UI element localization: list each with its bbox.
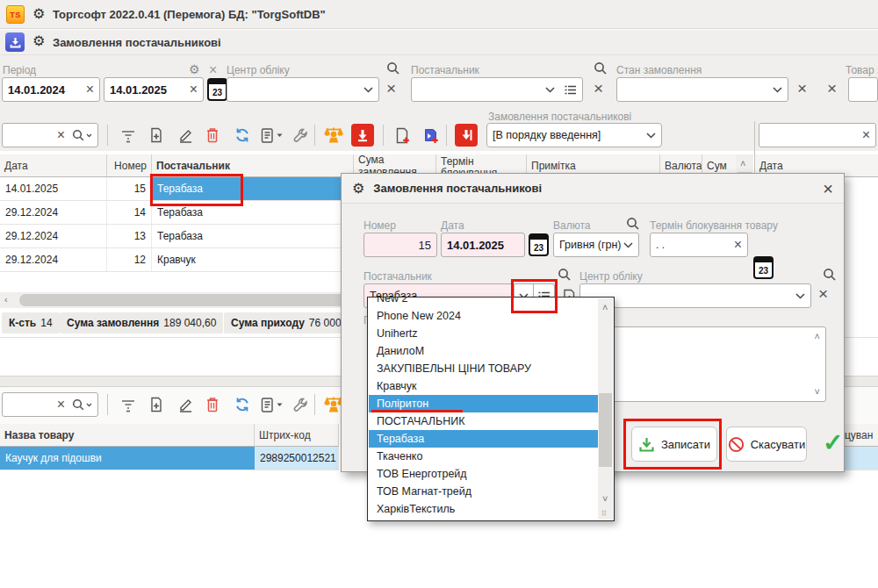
term-input[interactable]: . . × [650, 233, 748, 257]
dropdown-item[interactable]: ХарківТекстиль [369, 500, 599, 518]
dialog-center-clear-icon[interactable]: × [818, 287, 828, 301]
period-gear-icon[interactable]: ⚙ [189, 62, 200, 76]
period-to-clear-icon[interactable]: × [190, 82, 198, 97]
textarea-scroll-down-icon[interactable]: ˅ [815, 387, 820, 397]
resize-grip-icon[interactable]: ⠿ [601, 510, 607, 518]
dropdown-item[interactable]: Ткаченко [369, 448, 599, 465]
dropdown-item[interactable]: New 2 [369, 297, 599, 307]
save-button[interactable]: Записати [631, 427, 717, 462]
filter-icon[interactable] [116, 123, 140, 147]
filter-icon[interactable] [116, 392, 140, 417]
right-panel-search-clear-icon[interactable]: × [862, 128, 870, 142]
currency-search-icon[interactable] [626, 217, 639, 230]
cancel-button[interactable]: Скасувати [726, 427, 807, 462]
currency-dropdown[interactable]: Гривня (грн) [553, 233, 639, 257]
item-row-barcode[interactable]: 2989250012521 [255, 447, 339, 470]
dialog-gear-icon[interactable]: ⚙ [352, 182, 364, 196]
items-search-icon[interactable] [72, 398, 92, 411]
state-filter-clear-icon[interactable]: × [797, 82, 807, 96]
term-clear-icon[interactable]: × [734, 238, 742, 252]
dialog-center-search-icon[interactable] [823, 268, 836, 281]
date-input[interactable]: 14.01.2025 [441, 233, 525, 257]
center-search-icon[interactable] [386, 61, 399, 75]
order-row-number[interactable]: 14 [107, 201, 152, 225]
product-filter-clear-icon[interactable]: × [827, 82, 837, 96]
product-filter-input[interactable] [848, 77, 878, 102]
textarea-scroll-up-icon[interactable]: ˄ [815, 332, 820, 341]
orders-search-clear-icon[interactable]: × [57, 128, 65, 142]
order-row-supplier[interactable]: Терабаза [152, 225, 354, 248]
doc-copy-blue-icon[interactable] [419, 123, 443, 147]
order-row-number[interactable]: 15 [107, 177, 152, 201]
add-order-icon[interactable] [144, 123, 169, 147]
scroll-up-icon[interactable]: ˄ [602, 303, 608, 312]
dropdown-item-highlighted[interactable]: Поліритон [369, 395, 599, 412]
edit-order-icon[interactable] [173, 123, 198, 147]
dropdown-item[interactable]: ДанилоМ [369, 342, 599, 360]
col-header-supplier[interactable]: Постачальник [152, 154, 354, 177]
center-filter-dropdown[interactable] [227, 77, 379, 102]
import-red-arrow-icon[interactable] [351, 124, 374, 147]
item-row-name-selected[interactable]: Каучук для підошви [0, 447, 255, 470]
center-filter-clear-icon[interactable]: × [386, 82, 396, 96]
dropdown-item[interactable]: ПОСТАЧАЛЬНИК [369, 412, 599, 430]
col-header-barcode[interactable]: Штрих-код [255, 424, 339, 447]
delete-order-icon[interactable] [200, 123, 225, 147]
col-header-number[interactable]: Номер [107, 154, 152, 177]
period-calendar-icon[interactable]: 23 [207, 78, 227, 101]
export-red-arrow-icon[interactable] [455, 124, 478, 147]
scroll-up-icon[interactable]: ˄ [740, 159, 745, 169]
refresh-icon[interactable] [230, 392, 255, 417]
items-search-input[interactable]: × [2, 392, 98, 417]
dropdown-item[interactable]: ТОВ Магнат-трейд [369, 483, 599, 500]
period-from-clear-icon[interactable]: × [86, 82, 94, 97]
order-row-date[interactable]: 29.12.2024 [0, 201, 107, 225]
scale-icon[interactable] [321, 123, 346, 147]
dialog-close-icon[interactable]: × [823, 182, 833, 196]
dialog-supplier-search-icon[interactable] [558, 268, 571, 281]
items-search-clear-icon[interactable]: × [57, 398, 65, 412]
window-gear-icon[interactable]: ⚙ [32, 34, 45, 48]
scroll-left-icon[interactable]: ‹ [4, 295, 8, 305]
supplier-search-icon[interactable] [594, 61, 607, 75]
settings-gear-icon[interactable]: ⚙ [32, 7, 45, 21]
scroll-down-icon[interactable]: ˅ [602, 494, 608, 504]
dropdown-scrollbar[interactable]: ˄ ˅ ⠿ [598, 298, 613, 520]
supplier-filter-dropdown[interactable] [411, 77, 583, 102]
term-calendar-icon[interactable]: 23 [753, 256, 774, 279]
sort-order-dropdown[interactable]: [В порядку введення] [486, 123, 662, 147]
delete-item-icon[interactable] [200, 392, 225, 417]
state-filter-dropdown[interactable] [616, 77, 788, 102]
doc-add-red-icon[interactable] [390, 123, 414, 147]
refresh-icon[interactable] [230, 123, 255, 147]
dropdown-item[interactable]: ЗАКУПІВЕЛЬНІ ЦІНИ ТОВАРУ [369, 360, 599, 377]
order-row-supplier[interactable]: Терабаза [152, 201, 354, 225]
order-row-supplier-selected[interactable]: Терабаза [152, 177, 354, 201]
report-icon[interactable] [258, 392, 283, 417]
dropdown-item-selected[interactable]: Терабаза [369, 430, 599, 448]
date-calendar-icon[interactable]: 23 [529, 233, 549, 256]
dropdown-item[interactable]: ТОВ Енерготрейд [369, 465, 599, 483]
col-header-date[interactable]: Дата [0, 154, 107, 177]
order-row-number[interactable]: 13 [107, 225, 152, 248]
number-input[interactable]: 15 [363, 233, 437, 257]
orders-search-input[interactable]: × [2, 123, 98, 147]
right-panel-search-input[interactable]: × [759, 123, 876, 147]
dropdown-item[interactable]: Кравчук [369, 377, 599, 395]
supplier-filter-list-icon[interactable] [564, 84, 577, 96]
supplier-filter-clear-icon[interactable]: × [594, 82, 603, 96]
col-header-product-name[interactable]: Назва товару [0, 424, 255, 447]
dropdown-item[interactable]: Unihertz [369, 325, 599, 342]
order-row-supplier[interactable]: Кравчук [152, 248, 354, 272]
order-row-date[interactable]: 14.01.2025 [0, 177, 107, 201]
dropdown-item[interactable]: Phone New 2024 [369, 307, 599, 325]
period-clear-icon[interactable]: × [209, 63, 217, 77]
edit-item-icon[interactable] [173, 392, 198, 417]
order-row-number[interactable]: 12 [107, 248, 152, 272]
orders-search-icon[interactable] [72, 129, 92, 141]
order-row-date[interactable]: 29.12.2024 [0, 248, 107, 272]
add-item-icon[interactable] [144, 392, 169, 417]
order-row-date[interactable]: 29.12.2024 [0, 225, 107, 248]
report-icon[interactable] [258, 123, 283, 147]
scroll-thumb[interactable] [599, 393, 612, 467]
